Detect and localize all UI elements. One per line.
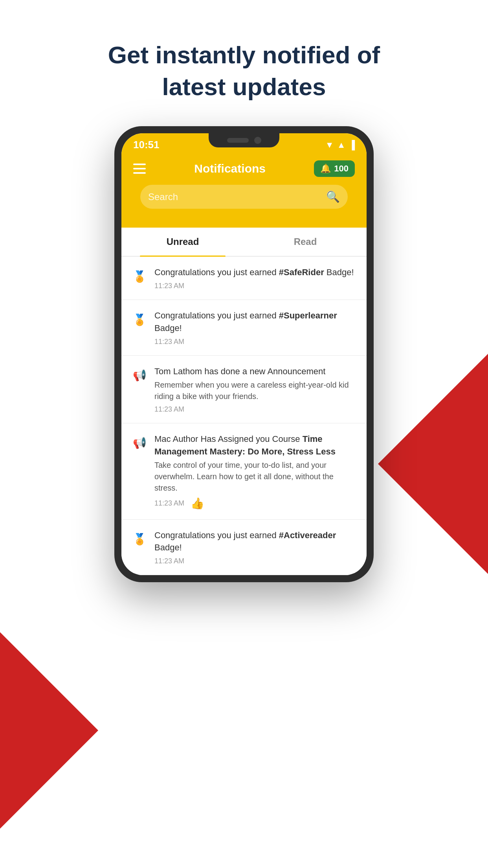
tab-unread[interactable]: Unread bbox=[121, 228, 244, 256]
notification-text: Tom Lathom has done a new Announcement bbox=[154, 365, 357, 378]
notification-meta: 11:23 AM bbox=[154, 557, 357, 565]
notch-pill bbox=[227, 138, 249, 143]
app-header: Notifications 🔔 100 bbox=[121, 154, 367, 185]
search-bar[interactable]: 🔍 bbox=[140, 185, 348, 209]
notification-text: Congratulations you just earned #Superle… bbox=[154, 309, 357, 335]
notification-time: 11:23 AM bbox=[154, 557, 184, 565]
phone-screen: 10:51 ▼ ▲ ▐ Notifications 🔔 100 bbox=[121, 133, 367, 575]
notification-item[interactable]: 📢 Mac Author Has Assigned you Course Tim… bbox=[121, 423, 367, 520]
status-bar: 10:51 ▼ ▲ ▐ bbox=[121, 133, 367, 154]
notification-subtext: Take control of your time, your to-do li… bbox=[154, 460, 357, 494]
decorative-triangle-right bbox=[378, 354, 488, 574]
notification-count-badge[interactable]: 🔔 100 bbox=[314, 160, 355, 177]
medal-icon: 🏅 bbox=[131, 531, 148, 548]
notification-text: Congratulations you just earned #SafeRid… bbox=[154, 266, 357, 279]
notification-meta: 11:23 AM bbox=[154, 282, 357, 290]
megaphone-icon: 📢 bbox=[131, 434, 148, 452]
notification-meta: 11:23 AM bbox=[154, 405, 357, 414]
status-icons: ▼ ▲ ▐ bbox=[325, 140, 355, 150]
wifi-icon: ▼ bbox=[325, 140, 334, 150]
medal-icon: 🏅 bbox=[131, 268, 148, 285]
search-input[interactable] bbox=[148, 191, 326, 202]
search-icon[interactable]: 🔍 bbox=[326, 190, 340, 203]
notification-time: 11:23 AM bbox=[154, 282, 184, 290]
notification-subtext: Remember when you were a careless eight-… bbox=[154, 379, 357, 402]
signal-icon: ▲ bbox=[337, 140, 346, 150]
thumbs-up-icon: 👍 bbox=[191, 497, 204, 510]
page-headline: Get instantly notified of latest updates bbox=[108, 39, 380, 103]
hamburger-menu-button[interactable] bbox=[133, 164, 146, 174]
notification-item[interactable]: 🏅 Congratulations you just earned #Super… bbox=[121, 300, 367, 356]
badge-count: 100 bbox=[334, 164, 349, 174]
notification-time: 11:23 AM bbox=[154, 405, 184, 414]
decorative-triangle-left bbox=[0, 632, 98, 829]
status-time: 10:51 bbox=[133, 139, 160, 151]
notification-item[interactable]: 📢 Tom Lathom has done a new Announcement… bbox=[121, 356, 367, 423]
notification-item[interactable]: 🏅 Congratulations you just earned #Activ… bbox=[121, 520, 367, 576]
notification-content: Mac Author Has Assigned you Course Time … bbox=[154, 433, 357, 510]
phone-frame: 10:51 ▼ ▲ ▐ Notifications 🔔 100 bbox=[114, 126, 374, 582]
bell-icon: 🔔 bbox=[320, 164, 331, 174]
notification-content: Congratulations you just earned #Activer… bbox=[154, 529, 357, 566]
notification-content: Congratulations you just earned #Superle… bbox=[154, 309, 357, 346]
notification-meta: 11:23 AM 👍 bbox=[154, 497, 357, 510]
megaphone-icon: 📢 bbox=[131, 367, 148, 384]
notification-item[interactable]: 🏅 Congratulations you just earned #SafeR… bbox=[121, 257, 367, 300]
notifications-list: 🏅 Congratulations you just earned #SafeR… bbox=[121, 257, 367, 575]
notification-meta: 11:23 AM bbox=[154, 338, 357, 346]
notification-text: Congratulations you just earned #Activer… bbox=[154, 529, 357, 554]
notification-time: 11:23 AM bbox=[154, 499, 184, 508]
notch-circle bbox=[254, 137, 261, 144]
notification-text: Mac Author Has Assigned you Course Time … bbox=[154, 433, 357, 458]
battery-icon: ▐ bbox=[349, 140, 355, 150]
tab-read[interactable]: Read bbox=[244, 228, 367, 256]
tabs-container: Unread Read bbox=[121, 228, 367, 257]
app-title: Notifications bbox=[194, 162, 266, 175]
notification-content: Tom Lathom has done a new Announcement R… bbox=[154, 365, 357, 414]
notification-content: Congratulations you just earned #SafeRid… bbox=[154, 266, 357, 290]
medal-icon: 🏅 bbox=[131, 311, 148, 328]
notification-time: 11:23 AM bbox=[154, 338, 184, 346]
notch bbox=[209, 133, 279, 147]
